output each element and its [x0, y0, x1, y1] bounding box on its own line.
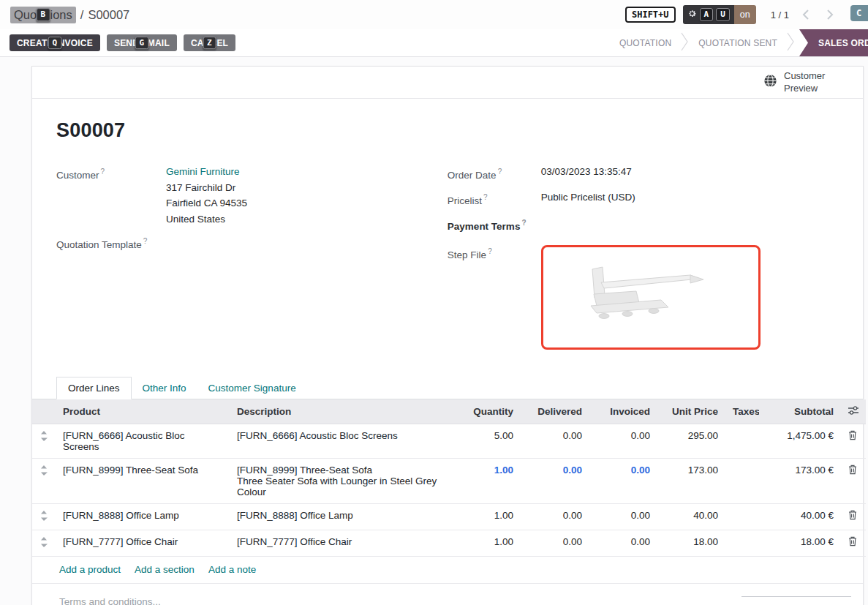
add-product-link[interactable]: Add a product	[59, 564, 121, 575]
delivered-column-header[interactable]: Delivered	[521, 399, 589, 424]
delivered-cell[interactable]: 0.00	[521, 504, 589, 530]
invoiced-cell[interactable]: 0.00	[589, 530, 657, 557]
payment-terms-label: Payment Terms?	[448, 215, 541, 234]
delivered-cell[interactable]: 0.00	[521, 424, 589, 459]
cancel-button[interactable]: CANCEL Z	[184, 34, 235, 51]
notebook-tabs: Order Lines Other Info Customer Signatur…	[32, 377, 863, 399]
pager-previous-button[interactable]	[796, 6, 814, 23]
form-sheet: S00007 Customer? Gemini Furniture 317 Fa…	[32, 99, 863, 356]
description-cell[interactable]: [FURN_6666] Acoustic Bloc Screens	[230, 424, 456, 459]
pricelist-value[interactable]: Public Pricelist (USD)	[541, 189, 635, 208]
send-email-button[interactable]: SEND EMAIL G	[107, 34, 177, 51]
row-drag-handle[interactable]	[32, 459, 56, 504]
fields-left-column: Customer? Gemini Furniture 317 Fairchild…	[56, 164, 426, 356]
taxes-column-header[interactable]: Taxes	[725, 399, 759, 424]
quantity-cell[interactable]: 1.00	[456, 459, 521, 504]
action-menu-label-fragment: on	[734, 5, 756, 24]
sheet-header: Customer Preview	[32, 67, 863, 99]
add-section-link[interactable]: Add a section	[135, 564, 195, 575]
unit-price-column-header[interactable]: Unit Price	[657, 399, 725, 424]
keyboard-hint-shift-u: SHIFT+U	[625, 7, 676, 23]
product-cell[interactable]: [FURN_8888] Office Lamp	[56, 504, 230, 530]
control-panel: CREATE INVOICE Q SEND EMAIL G CANCEL Z Q…	[0, 29, 868, 57]
subtotal-cell[interactable]: 173.00 €	[759, 459, 841, 504]
row-drag-handle[interactable]	[32, 530, 56, 557]
status-step-sales-order[interactable]: SALES ORDER	[799, 29, 868, 56]
delete-line-button[interactable]	[841, 530, 866, 557]
create-invoice-button[interactable]: CREATE INVOICE Q	[10, 34, 100, 51]
product-cell[interactable]: [FURN_8999] Three-Seat Sofa	[56, 459, 230, 504]
terms-placeholder[interactable]: Terms and conditions...	[59, 596, 161, 605]
form-view-background: Customer Preview S00007 Customer? Gemini…	[0, 57, 868, 605]
help-marker: ?	[488, 247, 492, 255]
order-line-row[interactable]: [FURN_8999] Three-Seat Sofa[FURN_8999] T…	[32, 459, 866, 504]
quantity-cell[interactable]: 1.00	[456, 530, 521, 557]
description-cell[interactable]: [FURN_8999] Three-Seat SofaThree Seater …	[230, 459, 456, 504]
add-note-link[interactable]: Add a note	[208, 564, 256, 575]
action-menu-button[interactable]: A U on	[683, 5, 756, 24]
table-header-row: Product Description Quantity Delivered I…	[32, 399, 866, 424]
subtotal-cell[interactable]: 40.00 €	[759, 504, 841, 530]
description-column-header[interactable]: Description	[230, 399, 456, 424]
unit-price-cell[interactable]: 295.00	[657, 424, 725, 459]
product-cell[interactable]: [FURN_6666] Acoustic Bloc Screens	[56, 424, 230, 459]
customer-address-line: Fairfield CA 94535	[166, 195, 247, 211]
quantity-cell[interactable]: 5.00	[456, 424, 521, 459]
order-date-value[interactable]: 03/03/2023 13:35:47	[541, 164, 632, 183]
quantity-column-header[interactable]: Quantity	[456, 399, 521, 424]
taxes-cell[interactable]	[725, 459, 759, 504]
tab-order-lines[interactable]: Order Lines	[56, 377, 132, 399]
customer-address-line: United States	[166, 211, 247, 228]
invoiced-cell[interactable]: 0.00	[589, 424, 657, 459]
delivered-cell[interactable]: 0.00	[521, 459, 589, 504]
taxes-cell[interactable]	[725, 504, 759, 530]
product-cell[interactable]: [FURN_7777] Office Chair	[56, 530, 230, 557]
description-cell[interactable]: [FURN_8888] Office Lamp	[230, 504, 456, 530]
invoiced-column-header[interactable]: Invoiced	[589, 399, 657, 424]
sheet-footer: Terms and conditions... Total: 1,706.00 …	[32, 584, 863, 605]
breadcrumb-quotations[interactable]: Quotations B	[10, 7, 76, 23]
pricelist-field-row: Pricelist? Public Pricelist (USD)	[448, 189, 839, 208]
product-column-header[interactable]: Product	[56, 399, 230, 424]
unit-price-cell[interactable]: 173.00	[657, 459, 725, 504]
customer-field-label: Customer?	[56, 164, 166, 227]
invoiced-cell[interactable]: 0.00	[589, 459, 657, 504]
unit-price-cell[interactable]: 40.00	[657, 504, 725, 530]
row-drag-handle[interactable]	[32, 504, 56, 530]
invoiced-cell[interactable]: 0.00	[589, 504, 657, 530]
delete-line-button[interactable]	[841, 504, 866, 530]
status-step-quotation-sent[interactable]: QUOTATION SENT	[689, 38, 787, 48]
statusbar: QUOTATION QUOTATION SENT SALES ORDER	[610, 29, 868, 56]
quantity-cell[interactable]: 1.00	[456, 504, 521, 530]
pricelist-label: Pricelist?	[448, 189, 541, 208]
tab-other-info[interactable]: Other Info	[132, 377, 197, 399]
taxes-cell[interactable]	[725, 530, 759, 557]
step-file-label: Step File?	[448, 244, 541, 350]
order-line-row[interactable]: [FURN_7777] Office Chair[FURN_7777] Offi…	[32, 530, 866, 557]
subtotal-cell[interactable]: 18.00 €	[759, 530, 841, 557]
delivered-cell[interactable]: 0.00	[521, 530, 589, 557]
order-line-row[interactable]: [FURN_8888] Office Lamp[FURN_8888] Offic…	[32, 504, 866, 530]
subtotal-cell[interactable]: 1,475.00 €	[759, 424, 841, 459]
help-marker: ?	[521, 219, 526, 227]
customer-preview-button[interactable]: Customer Preview	[763, 70, 835, 94]
optional-columns-icon[interactable]	[841, 399, 866, 424]
customer-link[interactable]: Gemini Furniture	[166, 166, 240, 177]
delete-line-button[interactable]	[841, 459, 866, 504]
order-line-row[interactable]: [FURN_6666] Acoustic Bloc Screens[FURN_6…	[32, 424, 866, 459]
subtotal-column-header[interactable]: Subtotal	[759, 399, 841, 424]
fields-right-column: Order Date? 03/03/2023 13:35:47 Pricelis…	[448, 164, 839, 356]
unit-price-cell[interactable]: 18.00	[657, 530, 725, 557]
tab-customer-signature[interactable]: Customer Signature	[197, 377, 307, 399]
delete-line-button[interactable]	[841, 424, 866, 459]
taxes-cell[interactable]	[725, 424, 759, 459]
order-date-label: Order Date?	[448, 164, 541, 183]
globe-icon	[763, 74, 777, 91]
pager-next-button[interactable]	[821, 6, 839, 23]
status-step-quotation[interactable]: QUOTATION	[610, 38, 681, 48]
step-file-image[interactable]	[541, 245, 761, 350]
row-drag-handle[interactable]	[32, 424, 56, 459]
description-cell[interactable]: [FURN_7777] Office Chair	[230, 530, 456, 557]
breadcrumb: Quotations B / S00007	[10, 7, 129, 23]
page-title: S00007	[56, 119, 839, 142]
